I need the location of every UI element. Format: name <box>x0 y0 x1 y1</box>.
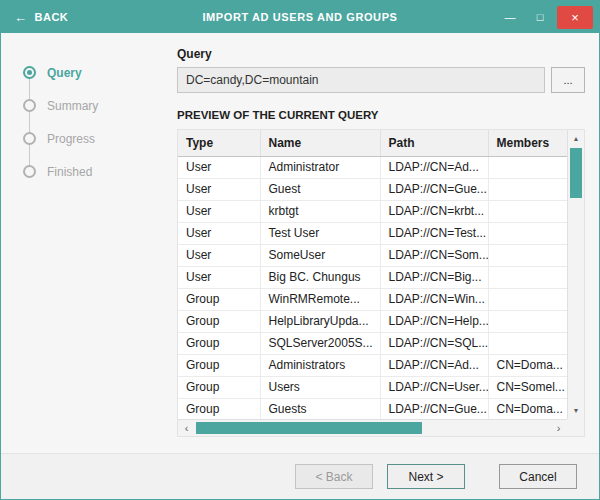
cell-path: LDAP://CN=Test... <box>380 222 488 244</box>
cell-members: CN=Doma... <box>488 354 567 376</box>
cell-type: Group <box>178 354 260 376</box>
cell-type: User <box>178 200 260 222</box>
scroll-down-icon[interactable]: ▼ <box>568 402 584 419</box>
cell-name: WinRMRemote... <box>260 288 380 310</box>
cell-name: Administrators <box>260 354 380 376</box>
step-progress-radio-icon <box>23 132 36 145</box>
cell-name: Big BC. Chungus <box>260 266 380 288</box>
query-input[interactable] <box>177 67 545 93</box>
cancel-button[interactable]: Cancel <box>499 464 577 489</box>
import-ad-dialog: ← BACK IMPORT AD USERS AND GROUPS — □ × … <box>0 0 600 500</box>
minimize-button[interactable]: — <box>497 7 523 27</box>
dialog-body: Query Summary Progress Finished Query ..… <box>1 33 599 453</box>
step-finished[interactable]: Finished <box>23 165 171 178</box>
scroll-up-icon[interactable]: ▲ <box>568 130 584 147</box>
cell-type: User <box>178 178 260 200</box>
cell-type: User <box>178 244 260 266</box>
cell-path: LDAP://CN=Help... <box>380 310 488 332</box>
table-row[interactable]: UserBig BC. ChungusLDAP://CN=Big... <box>178 266 567 288</box>
cell-members: CN=Somel... <box>488 376 567 398</box>
query-row: ... <box>177 67 585 93</box>
column-header-name[interactable]: Name <box>260 130 380 156</box>
step-query-label: Query <box>47 66 82 80</box>
table-row[interactable]: UserTest UserLDAP://CN=Test... <box>178 222 567 244</box>
table-row[interactable]: UserGuestLDAP://CN=Gue... <box>178 178 567 200</box>
cell-type: User <box>178 266 260 288</box>
footer-bar: < Back Next > Cancel <box>1 453 599 499</box>
cell-path: LDAP://CN=Som... <box>380 244 488 266</box>
cell-type: User <box>178 156 260 178</box>
back-arrow-icon: ← <box>14 10 28 25</box>
cell-name: SQLServer2005S... <box>260 332 380 354</box>
preview-title: PREVIEW OF THE CURRENT QUERY <box>177 109 585 121</box>
maximize-button[interactable]: □ <box>527 7 553 27</box>
step-summary-label: Summary <box>47 99 98 113</box>
cell-type: Group <box>178 398 260 420</box>
table-row[interactable]: UserSomeUserLDAP://CN=Som... <box>178 244 567 266</box>
horizontal-scrollbar[interactable]: ‹ › <box>178 419 567 436</box>
browse-button[interactable]: ... <box>551 67 585 93</box>
preview-table: Type Name Path Members UserAdministrator… <box>178 130 567 421</box>
table-row[interactable]: GroupUsersLDAP://CN=User...CN=Somel... <box>178 376 567 398</box>
scroll-left-icon[interactable]: ‹ <box>178 420 195 436</box>
step-finished-radio-icon <box>23 165 36 178</box>
horizontal-scroll-thumb[interactable] <box>196 422 422 434</box>
table-row[interactable]: UserAdministratorLDAP://CN=Ad... <box>178 156 567 178</box>
cell-name: SomeUser <box>260 244 380 266</box>
cell-path: LDAP://CN=SQL... <box>380 332 488 354</box>
main-panel: Query ... PREVIEW OF THE CURRENT QUERY T… <box>171 33 599 453</box>
cell-members: CN=Doma... <box>488 398 567 420</box>
cell-members <box>488 200 567 222</box>
cell-members <box>488 222 567 244</box>
step-progress[interactable]: Progress <box>23 132 171 145</box>
table-row[interactable]: UserkrbtgtLDAP://CN=krbt... <box>178 200 567 222</box>
preview-table-body: UserAdministratorLDAP://CN=Ad...UserGues… <box>178 156 567 420</box>
back-button[interactable]: < Back <box>295 464 373 489</box>
cell-name: krbtgt <box>260 200 380 222</box>
titlebar: ← BACK IMPORT AD USERS AND GROUPS — □ × <box>1 1 599 33</box>
table-row[interactable]: GroupAdministratorsLDAP://CN=Ad...CN=Dom… <box>178 354 567 376</box>
cell-name: Administrator <box>260 156 380 178</box>
titlebar-back-label: BACK <box>35 11 69 23</box>
query-section-label: Query <box>177 47 585 61</box>
step-query-radio-icon <box>23 66 36 79</box>
step-query[interactable]: Query <box>23 66 171 79</box>
table-row[interactable]: GroupWinRMRemote...LDAP://CN=Win... <box>178 288 567 310</box>
cell-type: Group <box>178 332 260 354</box>
scroll-right-icon[interactable]: › <box>550 420 567 436</box>
cell-members <box>488 156 567 178</box>
column-header-members[interactable]: Members <box>488 130 567 156</box>
preview-table-area: Type Name Path Members UserAdministrator… <box>177 129 585 437</box>
cell-members <box>488 288 567 310</box>
cell-name: Guests <box>260 398 380 420</box>
table-row[interactable]: GroupGuestsLDAP://CN=Gue...CN=Doma... <box>178 398 567 420</box>
cell-members <box>488 244 567 266</box>
step-progress-label: Progress <box>47 132 95 146</box>
cell-path: LDAP://CN=User... <box>380 376 488 398</box>
column-header-type[interactable]: Type <box>178 130 260 156</box>
cell-path: LDAP://CN=Ad... <box>380 156 488 178</box>
cell-path: LDAP://CN=Win... <box>380 288 488 310</box>
scrollbar-corner <box>567 419 584 436</box>
close-button[interactable]: × <box>557 6 593 29</box>
cell-name: Guest <box>260 178 380 200</box>
cell-path: LDAP://CN=krbt... <box>380 200 488 222</box>
cell-type: Group <box>178 288 260 310</box>
cell-members <box>488 266 567 288</box>
vertical-scroll-thumb[interactable] <box>570 148 582 198</box>
window-controls: — □ × <box>497 6 599 29</box>
titlebar-back-button[interactable]: ← BACK <box>1 1 81 33</box>
cell-path: LDAP://CN=Ad... <box>380 354 488 376</box>
step-summary-radio-icon <box>23 99 36 112</box>
step-summary[interactable]: Summary <box>23 99 171 112</box>
vertical-scrollbar[interactable]: ▲ ▼ <box>567 130 584 419</box>
table-row[interactable]: GroupSQLServer2005S...LDAP://CN=SQL... <box>178 332 567 354</box>
column-header-path[interactable]: Path <box>380 130 488 156</box>
step-finished-label: Finished <box>47 165 92 179</box>
cell-path: LDAP://CN=Gue... <box>380 178 488 200</box>
cell-type: Group <box>178 310 260 332</box>
next-button[interactable]: Next > <box>387 464 465 489</box>
cell-type: Group <box>178 376 260 398</box>
table-row[interactable]: GroupHelpLibraryUpda...LDAP://CN=Help... <box>178 310 567 332</box>
cell-type: User <box>178 222 260 244</box>
